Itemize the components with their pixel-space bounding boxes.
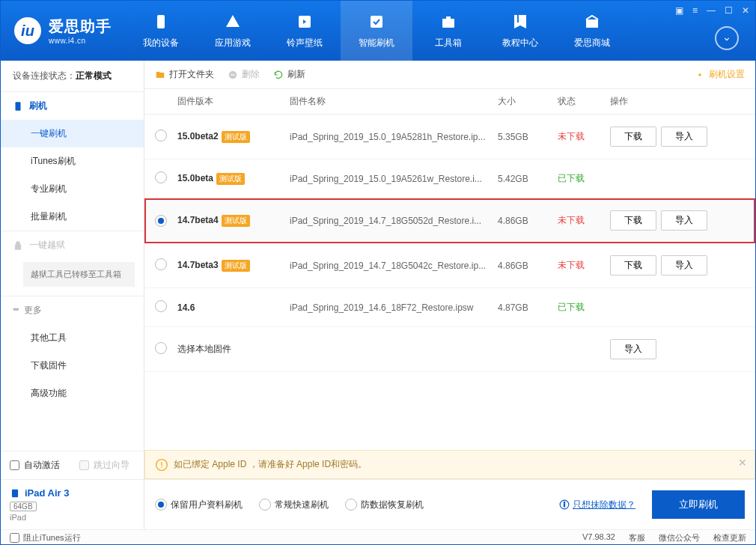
close-icon[interactable]: ✕ xyxy=(742,5,749,16)
svg-rect-16 xyxy=(564,504,564,507)
svg-rect-4 xyxy=(446,16,451,19)
update-link[interactable]: 检查更新 xyxy=(713,532,746,544)
auto-activate-row: 自动激活 跳过向导 xyxy=(1,451,144,479)
row-status: 未下载 xyxy=(558,130,610,143)
jailbreak-note: 越狱工具已转移至工具箱 xyxy=(23,262,135,287)
nav-3[interactable]: 智能刷机 xyxy=(341,1,412,61)
svg-rect-10 xyxy=(231,74,235,75)
flash-settings-button[interactable]: 刷机设置 xyxy=(695,68,745,81)
row-radio[interactable] xyxy=(155,130,167,141)
beta-tag: 测试版 xyxy=(222,260,250,272)
block-itunes-checkbox[interactable] xyxy=(10,533,19,543)
opt-normal[interactable]: 常规快速刷机 xyxy=(259,499,329,511)
erase-only-link[interactable]: 只想抹除数据？ xyxy=(559,499,635,511)
logo: iu 爱思助手 www.i4.cn xyxy=(1,16,125,45)
delete-button: 删除 xyxy=(228,68,260,81)
nav-2[interactable]: 铃声壁纸 xyxy=(269,1,341,61)
flash-options-bar: 保留用户资料刷机 常规快速刷机 防数据恢复刷机 只想抹除数据？ 立即刷机 xyxy=(144,479,755,529)
nav-5[interactable]: 教程中心 xyxy=(484,1,556,61)
open-folder-button[interactable]: 打开文件夹 xyxy=(155,68,214,81)
device-storage: 64GB xyxy=(10,502,37,511)
import-button[interactable]: 导入 xyxy=(661,210,707,231)
opt-anti-reset[interactable]: 防数据恢复刷机 xyxy=(345,499,424,511)
import-local-button[interactable]: 导入 xyxy=(610,339,656,359)
nav-4[interactable]: 工具箱 xyxy=(412,1,484,61)
svg-point-11 xyxy=(698,73,701,76)
svg-rect-17 xyxy=(564,502,564,503)
menu-icon[interactable]: ≡ xyxy=(692,5,698,16)
minimize-icon[interactable]: — xyxy=(707,5,716,16)
service-link[interactable]: 客服 xyxy=(629,532,645,544)
app-name: 爱思助手 xyxy=(49,16,112,37)
table-header: 固件版本 固件名称 大小 状态 操作 xyxy=(144,89,755,115)
row-radio[interactable] xyxy=(155,258,167,270)
logo-icon: iu xyxy=(14,17,41,44)
svg-rect-6 xyxy=(586,19,598,28)
svg-rect-13 xyxy=(161,462,162,466)
radio-local[interactable] xyxy=(155,342,167,354)
nav-icon-1 xyxy=(224,13,242,31)
maximize-icon[interactable]: ☐ xyxy=(725,5,733,16)
row-status: 已下载 xyxy=(558,301,610,314)
svg-rect-14 xyxy=(161,466,162,467)
beta-tag: 测试版 xyxy=(222,131,250,143)
import-button[interactable]: 导入 xyxy=(661,127,707,147)
sidebar-item-flash-3[interactable]: 批量刷机 xyxy=(1,203,144,231)
svg-rect-2 xyxy=(371,16,382,28)
app-header: iu 爱思助手 www.i4.cn 我的设备 应用游戏 铃声壁纸 智能刷机 工具… xyxy=(1,1,755,61)
nav-6[interactable]: 爱思商城 xyxy=(556,1,628,61)
local-firmware-row[interactable]: 选择本地固件 导入 xyxy=(144,327,755,372)
tshirt-icon[interactable]: ▣ xyxy=(675,5,683,16)
svg-rect-8 xyxy=(12,489,18,497)
sidebar: 设备连接状态：正常模式 刷机 一键刷机iTunes刷机专业刷机批量刷机 一键越狱… xyxy=(1,61,144,529)
download-button[interactable]: 下载 xyxy=(610,255,656,275)
svg-rect-5 xyxy=(517,15,519,22)
nav-icon-5 xyxy=(511,13,529,31)
sidebar-header-jailbreak: 一键越狱 xyxy=(1,231,144,259)
window-controls: ▣ ≡ — ☐ ✕ xyxy=(675,5,749,16)
row-status: 未下载 xyxy=(558,214,610,227)
sidebar-item-flash-1[interactable]: iTunes刷机 xyxy=(1,147,144,175)
sidebar-header-more[interactable]: ••• 更多 xyxy=(1,296,144,324)
download-manager-button[interactable] xyxy=(715,26,739,50)
statusbar: 阻止iTunes运行 V7.98.32 客服 微信公众号 检查更新 xyxy=(1,529,755,545)
skip-guide-checkbox xyxy=(79,460,89,470)
sidebar-item-flash-0[interactable]: 一键刷机 xyxy=(1,120,144,147)
beta-tag: 测试版 xyxy=(216,173,245,185)
sidebar-item-flash-2[interactable]: 专业刷机 xyxy=(1,175,144,203)
flash-now-button[interactable]: 立即刷机 xyxy=(652,490,745,519)
table-row[interactable]: 15.0beta2测试版 iPad_Spring_2019_15.0_19A52… xyxy=(144,115,755,159)
notice-close-icon[interactable]: ✕ xyxy=(738,457,747,469)
wechat-link[interactable]: 微信公众号 xyxy=(659,532,700,544)
table-row[interactable]: 15.0beta测试版 iPad_Spring_2019_15.0_19A526… xyxy=(144,159,755,198)
sidebar-item-more-2[interactable]: 高级功能 xyxy=(1,380,144,407)
import-button[interactable]: 导入 xyxy=(661,255,707,275)
table-row[interactable]: 14.7beta3测试版 iPad_Spring_2019_14.7_18G50… xyxy=(144,243,755,288)
sidebar-header-flash[interactable]: 刷机 xyxy=(1,92,144,120)
device-name[interactable]: iPad Air 3 xyxy=(10,487,135,499)
download-button[interactable]: 下载 xyxy=(610,210,656,231)
row-status: 已下载 xyxy=(558,172,610,185)
table-row[interactable]: 14.6 iPad_Spring_2019_14.6_18F72_Restore… xyxy=(144,288,755,327)
sidebar-item-more-1[interactable]: 下载固件 xyxy=(1,352,144,380)
row-radio[interactable] xyxy=(155,215,167,227)
row-radio[interactable] xyxy=(155,171,167,183)
nav-icon-3 xyxy=(368,13,385,31)
nav-0[interactable]: 我的设备 xyxy=(125,1,197,61)
sidebar-item-more-0[interactable]: 其他工具 xyxy=(1,324,144,352)
row-radio[interactable] xyxy=(155,300,167,312)
nav-icon-4 xyxy=(439,13,457,31)
svg-rect-7 xyxy=(16,102,21,111)
download-button[interactable]: 下载 xyxy=(610,127,656,147)
auto-activate-checkbox[interactable] xyxy=(10,460,19,470)
device-panel: iPad Air 3 64GB iPad xyxy=(1,479,144,529)
opt-keep-data[interactable]: 保留用户资料刷机 xyxy=(155,499,243,511)
table-row[interactable]: 14.7beta4测试版 iPad_Spring_2019_14.7_18G50… xyxy=(144,198,755,243)
nav-1[interactable]: 应用游戏 xyxy=(197,1,269,61)
svg-rect-0 xyxy=(157,15,165,28)
app-url: www.i4.cn xyxy=(49,37,112,45)
apple-id-notice: 如已绑定 Apple ID ，请准备好 Apple ID和密码。 ✕ xyxy=(144,450,755,479)
refresh-button[interactable]: 刷新 xyxy=(273,68,305,81)
main-panel: 打开文件夹 删除 刷新 刷机设置 固件版本 固件名称 大小 状态 操作 xyxy=(144,61,755,529)
row-status: 未下载 xyxy=(558,259,610,272)
